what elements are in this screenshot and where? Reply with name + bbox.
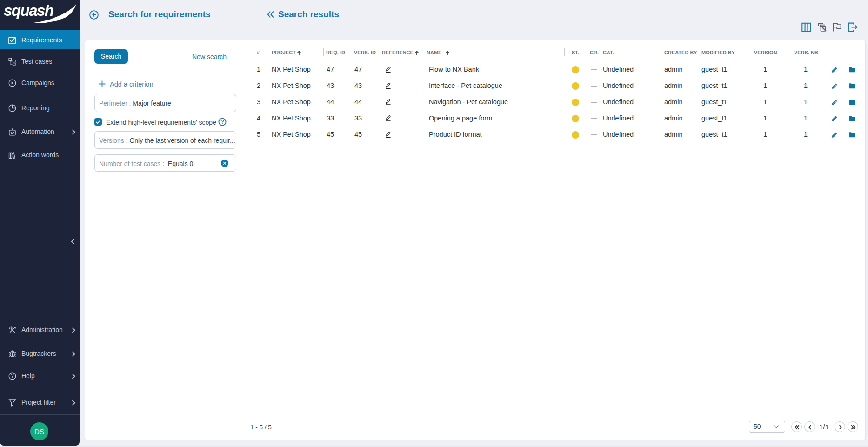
svg-text:?: ? (11, 373, 13, 379)
svg-text:squash: squash (4, 2, 53, 19)
